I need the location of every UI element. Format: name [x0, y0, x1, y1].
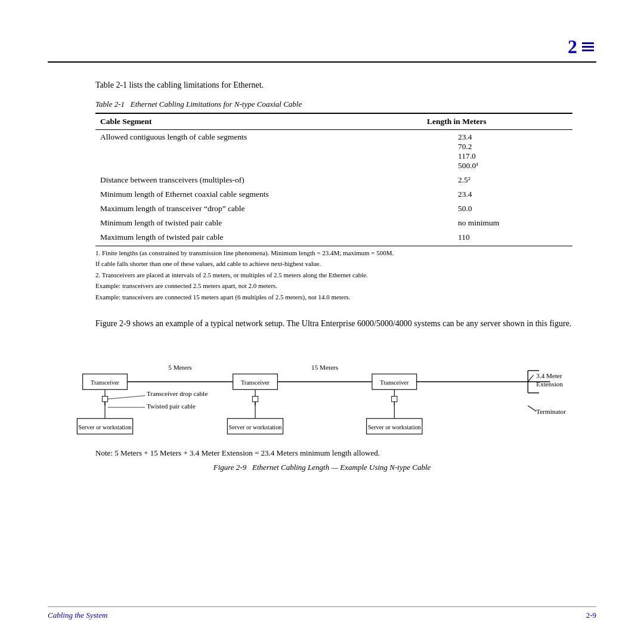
svg-text:Transceiver: Transceiver [241, 379, 270, 386]
svg-text:Transceiver: Transceiver [91, 379, 120, 386]
table-cell-value: 2.5² [422, 173, 572, 187]
svg-text:Twisted pair cable: Twisted pair cable [147, 402, 196, 410]
figure-description: Figure 2-9 shows an example of a typical… [95, 317, 572, 330]
table-row: Minimum length of Ethernet coaxial cable… [95, 187, 572, 202]
network-diagram: Transceiver Transceiver Transceiver 5 Me… [72, 342, 572, 441]
svg-text:5 Meters: 5 Meters [168, 364, 191, 371]
svg-text:Terminator: Terminator [536, 408, 566, 415]
table-row: Maximum length of transceiver “drop” cab… [95, 202, 572, 216]
table-footnote: If cable falls shorter than one of these… [95, 259, 572, 268]
table-row: Allowed contiguous length of cable segme… [95, 130, 572, 174]
table-cell-label: Minimum length of Ethernet coaxial cable… [95, 187, 422, 202]
table-cell-label: Allowed contiguous length of cable segme… [95, 130, 422, 174]
footer-link[interactable]: Cabling the System [48, 611, 107, 620]
svg-text:Transceiver drop cable: Transceiver drop cable [147, 389, 208, 397]
table-cell-value: 50.0 [422, 202, 572, 216]
table-cell-label: Maximum length of twisted pair cable [95, 230, 422, 246]
svg-text:3.4 Meter: 3.4 Meter [536, 372, 562, 379]
table-footnote: 2. Transceivers are placed at intervals … [95, 271, 572, 280]
col2-header: Length in Meters [422, 113, 572, 130]
chapter-number: 2 [568, 36, 577, 58]
table-cell-value: 110 [422, 230, 572, 246]
svg-text:15 Meters: 15 Meters [311, 364, 338, 371]
svg-text:Server or workstation: Server or workstation [79, 423, 132, 430]
page-footer: Cabling the System 2-9 [48, 606, 596, 620]
footer-page-number: 2-9 [586, 611, 596, 620]
table-footnote: Example: transceivers are connected 2.5 … [95, 281, 572, 290]
svg-text:Extension: Extension [536, 380, 563, 388]
svg-line-17 [528, 405, 536, 411]
note-text: Note: 5 Meters + 15 Meters + 3.4 Meter E… [95, 448, 596, 458]
svg-rect-21 [102, 396, 107, 401]
table-row: Maximum length of twisted pair cable110 [95, 230, 572, 246]
table-cell-value: no minimum [422, 216, 572, 230]
table-cell-value: 23.4 [422, 187, 572, 202]
figure-caption: Figure 2-9 Ethernet Cabling Length — Exa… [48, 463, 596, 472]
svg-text:Server or workstation: Server or workstation [229, 423, 282, 430]
table-cell-label: Distance between transceivers (multiples… [95, 173, 422, 187]
svg-line-25 [108, 395, 145, 399]
data-table: Cable Segment Length in Meters Allowed c… [95, 113, 572, 246]
table-row: Minimum length of twisted pair cableno m… [95, 216, 572, 230]
table-footnote: Example: transceivers are connected 15 m… [95, 293, 572, 302]
table-cell-value: 23.470.2117.0500.0¹ [422, 130, 572, 174]
svg-line-15 [528, 375, 533, 382]
intro-text: Table 2-1 lists the cabling limitations … [95, 80, 596, 90]
menu-icon [582, 42, 594, 51]
table-row: Distance between transceivers (multiples… [95, 173, 572, 187]
svg-text:Server or workstation: Server or workstation [368, 423, 421, 430]
svg-rect-23 [392, 396, 397, 401]
page-header: 2 [48, 36, 596, 63]
table-section: Table 2-1 Ethernet Cabling Limitations f… [95, 100, 572, 302]
table-cell-label: Minimum length of twisted pair cable [95, 216, 422, 230]
table-caption: Table 2-1 Ethernet Cabling Limitations f… [95, 100, 572, 109]
svg-text:Transceiver: Transceiver [380, 379, 409, 386]
table-footnotes: 1. Finite lengths (as constrained by tra… [95, 246, 572, 302]
table-cell-label: Maximum length of transceiver “drop” cab… [95, 202, 422, 216]
col1-header: Cable Segment [95, 113, 422, 130]
diagram-svg: Transceiver Transceiver Transceiver 5 Me… [72, 342, 572, 439]
page: 2 Table 2-1 lists the cabling limitation… [0, 0, 644, 644]
table-footnote: 1. Finite lengths (as constrained by tra… [95, 249, 572, 258]
svg-rect-22 [252, 396, 258, 401]
